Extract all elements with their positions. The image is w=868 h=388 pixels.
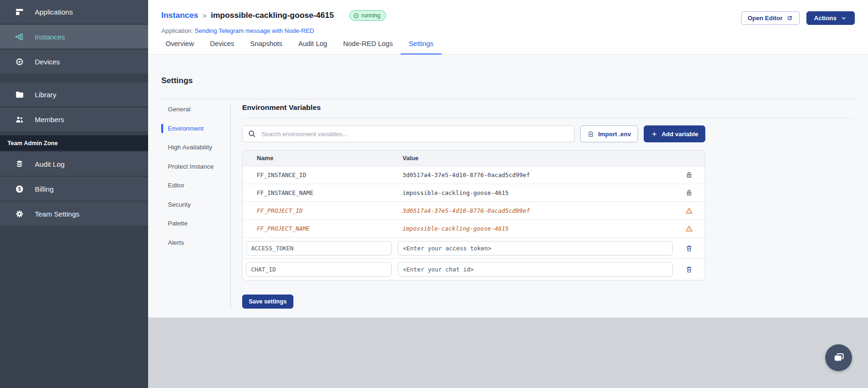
chip-icon [15, 57, 24, 67]
instance-tabs: Overview Devices Snapshots Audit Log Nod… [148, 40, 868, 54]
sidebar-item-library[interactable]: Library [0, 83, 148, 106]
env-var-name-input[interactable] [246, 262, 392, 277]
breadcrumb-separator: > [202, 12, 206, 20]
settings-content: Settings General Environment High Availa… [148, 54, 868, 318]
import-env-button[interactable]: Import .env [580, 125, 638, 142]
settings-nav-alerts[interactable]: Alerts [161, 238, 214, 248]
team-admin-zone-header: Team Admin Zone [0, 135, 148, 151]
sidebar-item-label: Library [35, 91, 56, 99]
application-label: Application: [161, 27, 193, 34]
settings-nav-general[interactable]: General [161, 105, 214, 114]
play-circle-icon [353, 13, 359, 19]
status-badge-label: running [362, 12, 380, 19]
search-icon [247, 129, 257, 139]
header-actions: Open Editor Actions [741, 11, 855, 25]
warning-icon[interactable] [673, 225, 705, 233]
env-var-value: impossible-cackling-goose-4615 [398, 225, 673, 232]
sidebar-item-label: Applications [35, 8, 73, 16]
trash-icon[interactable] [673, 244, 705, 252]
settings-nav-high-availability[interactable]: High Availability [161, 143, 214, 152]
plus-icon [651, 131, 658, 138]
env-var-name: FF_PROJECT_NAME [243, 225, 398, 232]
tab-node-red-logs[interactable]: Node-RED Logs [335, 40, 401, 54]
sidebar-item-billing[interactable]: $ Billing [0, 177, 148, 201]
sidebar-item-label: Audit Log [35, 160, 64, 168]
env-var-name: FF_INSTANCE_NAME [243, 189, 398, 196]
tab-audit-log[interactable]: Audit Log [291, 40, 335, 54]
environment-variables-table: Name Value FF_INSTANCE_ID 3d0517a4-37e5-… [242, 150, 705, 280]
settings-page-title: Settings [161, 76, 193, 85]
environment-controls: Import .env Add variable [242, 125, 705, 142]
chevron-down-icon [840, 15, 847, 22]
settings-nav-palette[interactable]: Palette [161, 219, 214, 228]
actions-button[interactable]: Actions [806, 11, 855, 25]
sidebar-item-team-settings[interactable]: Team Settings [0, 202, 148, 225]
table-row: FF_INSTANCE_ID 3d0517a4-37e5-4d10-8776-0… [243, 166, 705, 184]
settings-subnav: General Environment High Availability Pr… [161, 105, 223, 257]
env-var-value: 3d0517a4-37e5-4d10-8776-0acad5cd99ef [398, 171, 673, 178]
tab-snapshots[interactable]: Snapshots [242, 40, 291, 54]
sidebar-item-label: Instances [35, 33, 65, 41]
open-editor-button[interactable]: Open Editor [741, 11, 800, 25]
instance-name: impossible-cackling-goose-4615 [211, 11, 334, 20]
add-variable-label: Add variable [662, 131, 698, 138]
save-settings-button[interactable]: Save settings [242, 295, 293, 309]
database-icon [15, 159, 24, 169]
external-link-icon [786, 15, 793, 22]
import-env-label: Import .env [598, 131, 631, 138]
tab-devices[interactable]: Devices [202, 40, 242, 54]
application-link[interactable]: Sending Telegram message with Node-RED [195, 27, 314, 34]
warning-icon[interactable] [673, 207, 705, 215]
page-footer-band [148, 318, 868, 388]
instance-header: Instances > impossible-cackling-goose-46… [148, 0, 868, 54]
gear-icon [15, 209, 24, 219]
table-row: FF_PROJECT_ID 3d0517a4-37e5-4d10-8776-0a… [243, 202, 705, 220]
settings-divider [161, 99, 853, 99]
sidebar-item-label: Team Settings [35, 210, 79, 218]
table-header-row: Name Value [243, 150, 705, 166]
env-var-value-input[interactable] [398, 241, 673, 256]
breadcrumb: Instances > impossible-cackling-goose-46… [161, 10, 386, 21]
users-icon [15, 115, 24, 124]
environment-panel: Environment Variables Import .env [242, 103, 853, 309]
open-editor-label: Open Editor [748, 15, 782, 22]
environment-variables-title: Environment Variables [242, 103, 853, 118]
sidebar-item-members[interactable]: Members [0, 108, 148, 131]
table-row: FF_INSTANCE_NAME impossible-cackling-goo… [243, 184, 705, 202]
column-header-value: Value [398, 155, 673, 162]
tab-overview[interactable]: Overview [166, 40, 202, 54]
sidebar-item-applications[interactable]: Applications [0, 0, 148, 23]
settings-nav-editor[interactable]: Editor [161, 181, 214, 190]
sidebar-item-label: Members [35, 116, 64, 124]
env-var-value-input[interactable] [398, 262, 673, 277]
document-download-icon [587, 131, 594, 138]
sidebar-group-gap [0, 75, 148, 83]
column-header-name: Name [243, 155, 398, 162]
table-row: FF_PROJECT_NAME impossible-cackling-goos… [243, 220, 705, 238]
chat-bubble-icon [832, 351, 846, 365]
table-row [243, 259, 705, 280]
folder-icon [15, 90, 24, 100]
env-var-name: FF_PROJECT_ID [243, 207, 398, 214]
main-area: Instances > impossible-cackling-goose-46… [148, 0, 868, 318]
breadcrumb-instances-link[interactable]: Instances [161, 11, 198, 20]
lock-icon [673, 171, 705, 179]
sidebar-item-devices[interactable]: Devices [0, 50, 148, 73]
sidebar-item-audit-log[interactable]: Audit Log [0, 152, 148, 176]
lock-icon [673, 189, 705, 197]
sidebar-item-instances[interactable]: Instances [0, 25, 148, 48]
settings-nav-environment[interactable]: Environment [161, 124, 214, 133]
search-input[interactable] [242, 125, 575, 142]
settings-nav-security[interactable]: Security [161, 200, 214, 210]
settings-nav-protect-instance[interactable]: Protect Instance [161, 162, 214, 171]
svg-text:$: $ [18, 186, 21, 192]
search-wrap [242, 125, 575, 142]
tab-settings[interactable]: Settings [401, 40, 441, 54]
status-badge: running [349, 10, 386, 21]
add-variable-button[interactable]: Add variable [644, 125, 705, 142]
chat-widget-button[interactable] [825, 344, 852, 371]
trash-icon[interactable] [673, 265, 705, 273]
env-var-name-input[interactable] [246, 241, 392, 256]
instances-icon [15, 32, 24, 42]
sidebar: Applications Instances Devices [0, 0, 148, 388]
